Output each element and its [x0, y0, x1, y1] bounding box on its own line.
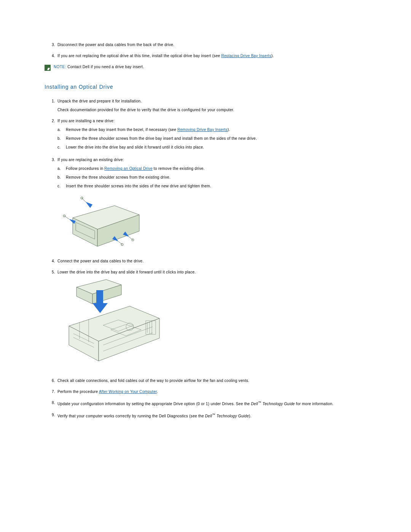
substep-letter: c. [57, 184, 66, 188]
svg-line-5 [64, 216, 69, 219]
step-subtext: Check documentation provided for the dri… [57, 108, 366, 112]
substep-text: Follow procedures in Removing an Optical… [66, 166, 366, 171]
italic-text: Dell [251, 402, 258, 406]
text: Remove the drive bay insert from the bez… [66, 128, 177, 132]
text: Perform the procedure [57, 390, 99, 394]
substep-letter: a. [57, 166, 66, 171]
step-text: Update your configuration information by… [57, 401, 366, 406]
step-text: Lower the drive into the drive bay and s… [57, 270, 366, 274]
trademark: ™ [212, 413, 215, 417]
text: Verify that your computer works correctl… [57, 414, 205, 419]
substep-text: Remove the drive bay insert from the bez… [66, 128, 366, 132]
substep-text: Remove the three shoulder screws from th… [66, 136, 366, 141]
note-text: NOTE: Contact Dell if you need a drive b… [54, 65, 144, 69]
prestep-3: 3. Disconnect the power and data cables … [45, 43, 366, 47]
step-4: 4. Connect the power and data cables to … [45, 259, 366, 263]
svg-marker-13 [86, 202, 92, 208]
note-label: NOTE: [54, 65, 66, 69]
step-number: 5. [45, 270, 57, 274]
step-text: Perform the procedure After Working on Y… [57, 390, 366, 394]
step-text: If you are replacing an existing drive: [57, 158, 366, 162]
step-number: 4. [45, 54, 57, 58]
text: If you are not replacing the optical dri… [57, 54, 221, 58]
document-content: 3. Disconnect the power and data cables … [0, 0, 411, 463]
substep-a: a. Follow procedures in Removing an Opti… [57, 166, 366, 171]
substep-text: Insert the three shoulder screws into th… [66, 184, 366, 188]
step-number: 2. [45, 119, 57, 151]
text: Update your configuration information by… [57, 402, 251, 406]
svg-rect-19 [96, 290, 103, 304]
link-removing-drive-bay-inserts[interactable]: Removing Drive Bay Inserts [177, 128, 228, 132]
substep-b: b. Remove the three shoulder screws from… [57, 136, 366, 141]
trademark: ™ [258, 401, 261, 404]
step-number: 1. [45, 99, 57, 112]
note-icon [45, 65, 51, 71]
svg-marker-20 [92, 303, 108, 313]
step-body: If you are replacing an existing drive: … [57, 158, 366, 190]
substep-text: Lower the drive into the drive bay and s… [66, 145, 366, 149]
note: NOTE: Contact Dell if you need a drive b… [45, 65, 366, 71]
figure-chassis-install [57, 276, 366, 372]
step-text: Verify that your computer works correctl… [57, 413, 366, 418]
step-text: If you are installing a new drive: [57, 119, 366, 123]
step-6: 6. Check all cable connections, and fold… [45, 379, 366, 383]
step-body: Unpack the drive and prepare it for inst… [57, 99, 366, 112]
italic-text: Technology Guide [261, 402, 295, 406]
step-2: 2. If you are installing a new drive: a.… [45, 119, 366, 151]
substep-a: a. Remove the drive bay insert from the … [57, 128, 366, 132]
svg-line-7 [82, 198, 86, 202]
text: Follow procedures in [66, 166, 104, 171]
text: ). [228, 128, 230, 132]
step-3: 3. If you are replacing an existing driv… [45, 158, 366, 190]
step-text: Disconnect the power and data cables fro… [57, 43, 366, 47]
substep-c: c. Lower the drive into the drive bay an… [57, 145, 366, 149]
text: . [157, 390, 158, 394]
figure-optical-drive-screws [57, 191, 366, 252]
italic-text: Technology Guide [215, 414, 249, 419]
substep-letter: b. [57, 175, 66, 179]
substep-letter: c. [57, 145, 66, 149]
link-replacing-drive-bay-inserts[interactable]: Replacing Drive Bay Inserts [221, 54, 271, 58]
substep-letter: b. [57, 136, 66, 141]
step-5: 5. Lower the drive into the drive bay an… [45, 270, 366, 274]
step-text: Unpack the drive and prepare it for inst… [57, 99, 366, 103]
note-body: Contact Dell if you need a drive bay ins… [66, 65, 144, 69]
link-removing-an-optical-drive[interactable]: Removing an Optical Drive [104, 166, 152, 171]
step-number: 3. [45, 43, 57, 47]
step-number: 7. [45, 390, 57, 394]
text: to remove the existing drive. [153, 166, 205, 171]
text: for more information. [295, 402, 334, 406]
step-body: If you are installing a new drive: a. Re… [57, 119, 366, 151]
step-number: 9. [45, 413, 57, 418]
substep-letter: a. [57, 128, 66, 132]
step-text: If you are not replacing the optical dri… [57, 54, 366, 58]
link-after-working-on-your-computer[interactable]: After Working on Your Computer [99, 390, 157, 394]
substep-b: b. Remove the three shoulder screws from… [57, 175, 366, 179]
text: ). [271, 54, 274, 58]
prestep-4: 4. If you are not replacing the optical … [45, 54, 366, 58]
step-number: 6. [45, 379, 57, 383]
step-1: 1. Unpack the drive and prepare it for i… [45, 99, 366, 112]
step-text: Connect the power and data cables to the… [57, 259, 366, 263]
substep-c: c. Insert the three shoulder screws into… [57, 184, 366, 188]
step-number: 8. [45, 401, 57, 406]
step-7: 7. Perform the procedure After Working o… [45, 390, 366, 394]
section-heading: Installing an Optical Drive [45, 84, 366, 90]
step-9: 9. Verify that your computer works corre… [45, 413, 366, 418]
step-number: 3. [45, 158, 57, 190]
step-8: 8. Update your configuration information… [45, 401, 366, 406]
svg-line-9 [118, 241, 122, 244]
step-text: Check all cable connections, and fold ca… [57, 379, 366, 383]
step-number: 4. [45, 259, 57, 263]
text: ). [249, 414, 252, 419]
italic-text: Dell [205, 414, 212, 419]
substep-text: Remove the three shoulder screws from th… [66, 175, 366, 179]
svg-line-11 [129, 237, 133, 240]
